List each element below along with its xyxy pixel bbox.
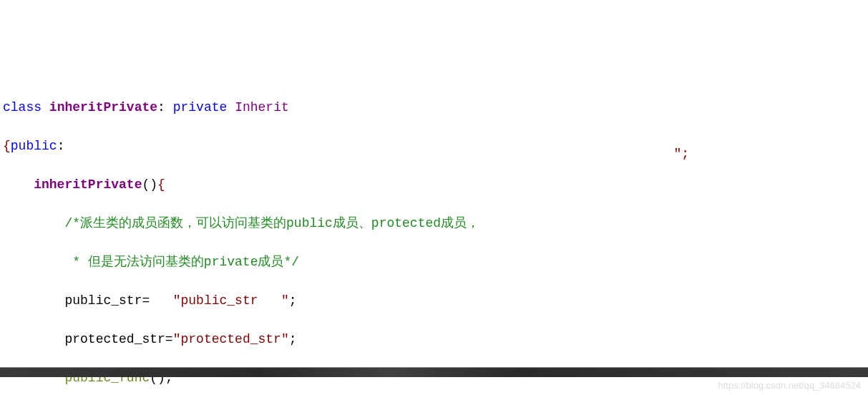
class-name: inheritPrivate: [49, 100, 157, 114]
code-line-1: class inheritPrivate: private Inherit: [3, 98, 865, 117]
keyword-public: public: [11, 139, 57, 153]
code-line-5: * 但是无法访问基类的private成员*/: [3, 253, 865, 272]
status-bar: [0, 367, 868, 377]
code-line-2: {public:: [3, 137, 865, 156]
base-class: Inherit: [235, 100, 289, 114]
open-brace: {: [157, 177, 165, 192]
parens: (): [142, 177, 157, 192]
constructor-name: inheritPrivate: [34, 177, 142, 192]
keyword-private: private: [173, 100, 228, 114]
keyword-class: class: [3, 100, 42, 114]
semicolon: ;: [289, 332, 297, 346]
string-literal: "protected_str": [173, 332, 289, 346]
equals: =: [165, 332, 173, 346]
code-line-3: inheritPrivate(){: [3, 175, 865, 195]
stray-text: ";: [673, 145, 689, 164]
colon: :: [57, 139, 65, 153]
code-line-4: /*派生类的成员函数，可以访问基类的public成员、protected成员，: [3, 214, 865, 233]
open-brace: {: [3, 139, 11, 153]
string-literal: "public_str ": [173, 293, 289, 308]
variable: public_str: [64, 293, 142, 308]
colon: :: [157, 100, 165, 114]
comment: /*派生类的成员函数，可以访问基类的public成员、protected成员，: [64, 216, 479, 230]
variable: protected_str: [64, 332, 165, 346]
semicolon: ;: [289, 293, 297, 308]
code-line-6: public_str= "public_str ";: [3, 291, 865, 311]
watermark-text: https://blog.csdn.net/qq_34684524: [718, 379, 862, 393]
equals: =: [142, 293, 150, 308]
comment: * 但是无法访问基类的private成员*/: [64, 255, 299, 269]
code-editor: class inheritPrivate: private Inherit {p…: [3, 79, 865, 395]
code-line-7: protected_str="protected_str";: [3, 330, 865, 349]
